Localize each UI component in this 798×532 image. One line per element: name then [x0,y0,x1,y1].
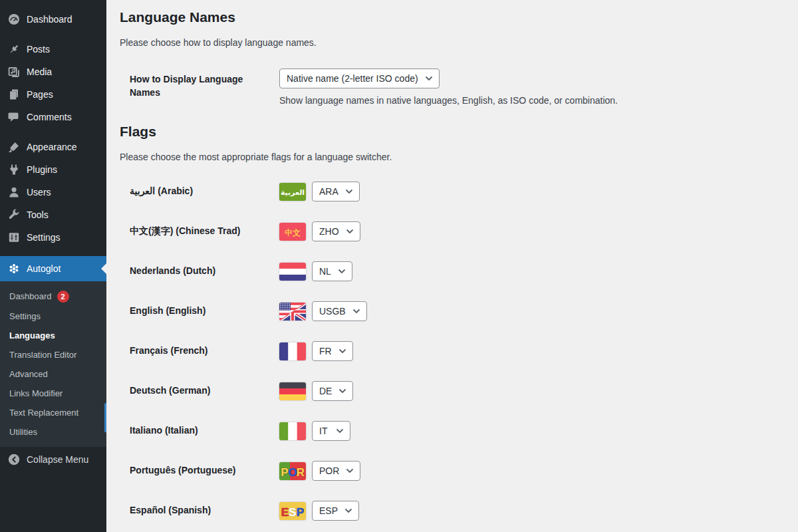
admin-menu: DashboardPostsMediaPagesCommentsAppearan… [0,0,106,256]
sidebar-item-label: Settings [27,232,61,243]
submenu-item-advanced[interactable]: Advanced [0,365,106,384]
flag-select-value: ESP [319,505,338,516]
svg-text:E: E [281,505,289,518]
language-label: العربية (Arabic) [120,185,279,198]
chevron-down-icon [344,508,352,513]
brush-icon [7,140,21,154]
svg-text:S: S [289,505,296,518]
flag-image-de [279,382,306,400]
flag-select-it[interactable]: IT [312,421,350,441]
update-count-badge: 2 [57,291,69,303]
flag-select-value: DE [319,386,332,396]
sidebar-item-label: Comments [27,112,72,122]
comment-icon [7,110,21,124]
sidebar-item-posts[interactable]: Posts [0,38,106,61]
language-label: Français (French) [120,344,279,358]
display-names-select[interactable]: Native name (2-letter ISO code) [279,68,440,88]
sidebar-item-label: Appearance [27,142,77,152]
flag-select-zho[interactable]: ZHO [312,221,360,241]
dashboard-icon [7,13,21,26]
flag-select-value: NL [319,266,331,277]
flag-image-fr [279,342,306,360]
svg-text:P: P [281,466,288,478]
collapse-arrow-icon [7,453,21,466]
menu-separator [0,128,106,136]
flag-select-value: POR [319,466,339,476]
submenu-item-dashboard[interactable]: Dashboard2 [0,286,106,307]
sliders-icon [7,231,21,244]
flag-row: English (English) USGB [120,291,785,331]
collapse-menu-button[interactable]: Collapse Menu [0,448,106,471]
submenu-item-translation-editor[interactable]: Translation Editor [0,346,106,365]
pushpin-icon [7,43,21,56]
page-title-flags: Flags [120,124,785,139]
display-names-row: How to Display Language Names Native nam… [120,68,785,107]
flag-image-esp: ESP [279,502,306,520]
wrench-icon [7,208,21,221]
language-label: Nederlands (Dutch) [120,265,279,278]
flag-select-value: USGB [319,306,346,317]
sidebar-item-tools[interactable]: Tools [0,203,106,226]
chevron-down-icon [336,428,344,434]
chevron-down-icon [338,388,346,394]
flag-image-usgb [279,303,306,321]
language-label: English (English) [120,305,279,318]
autoglot-submenu: Dashboard2SettingsLanguagesTranslation E… [0,281,106,447]
sidebar-item-users[interactable]: Users [0,181,106,203]
flag-row: Nederlands (Dutch) NL [120,251,785,291]
sidebar-item-appearance[interactable]: Appearance [0,136,106,158]
flag-select-value: ARA [319,186,338,197]
submenu-item-label: Advanced [9,370,48,380]
plug-icon [7,163,21,176]
sidebar-item-autoglot[interactable]: Autoglot [0,256,106,281]
submenu-item-label: Languages [9,331,55,341]
submenu-item-label: Utilities [9,428,37,438]
user-icon [7,186,21,199]
sidebar-item-pages[interactable]: Pages [0,83,106,106]
sidebar-item-label: Autoglot [27,263,61,274]
menu-separator [0,31,106,38]
submenu-item-utilities[interactable]: Utilities [0,423,106,442]
chevron-down-icon [338,269,346,274]
chevron-down-icon [345,189,353,194]
flag-select-por[interactable]: POR [312,461,360,481]
language-names-intro: Please choose how to display language na… [120,36,785,49]
submenu-item-label: Dashboard [9,292,52,302]
sidebar-item-dashboard[interactable]: Dashboard [0,8,106,31]
submenu-item-links-modifier[interactable]: Links Modifier [0,384,106,404]
sidebar-item-comments[interactable]: Comments [0,106,106,128]
sidebar-item-label: Media [27,66,52,77]
svg-text:O: O [288,466,297,478]
flag-select-de[interactable]: DE [312,381,353,401]
sidebar-item-label: Tools [27,209,49,220]
language-label: Deutsch (German) [120,384,279,398]
flag-row: Deutsch (German) DE [120,371,785,411]
submenu-item-settings[interactable]: Settings [0,307,106,327]
sidebar-scrollbar[interactable] [104,403,106,432]
flag-select-esp[interactable]: ESP [312,501,359,521]
settings-page: Language Names Please choose how to disp… [106,0,798,532]
admin-sidebar: DashboardPostsMediaPagesCommentsAppearan… [0,0,106,532]
submenu-item-label: Text Replacement [9,408,78,418]
flag-select-nl[interactable]: NL [312,261,352,281]
flag-select-usgb[interactable]: USGB [312,301,367,321]
current-menu-arrow-icon [101,263,106,274]
pages-icon [7,88,21,101]
flag-select-fr[interactable]: FR [312,341,353,361]
sidebar-item-settings[interactable]: Settings [0,226,106,249]
submenu-item-text-replacement[interactable]: Text Replacement [0,404,106,423]
flag-select-value: FR [319,346,332,356]
language-label: 中文(漢字) (Chinese Trad) [120,225,279,238]
chevron-down-icon [346,229,354,234]
flag-rows: العربية (Arabic) العربية ARA 中文(漢字) (Chi… [120,172,785,531]
flag-image-nl [279,263,306,281]
submenu-item-languages[interactable]: Languages [0,327,106,346]
flag-select-ara[interactable]: ARA [312,182,360,201]
sidebar-item-plugins[interactable]: Plugins [0,158,106,181]
flag-select-value: ZHO [319,226,339,237]
media-icon [7,65,21,78]
sidebar-item-label: Dashboard [27,14,72,25]
flag-image-ara: العربية [279,183,306,201]
sidebar-item-media[interactable]: Media [0,61,106,83]
chevron-down-icon [346,468,354,473]
